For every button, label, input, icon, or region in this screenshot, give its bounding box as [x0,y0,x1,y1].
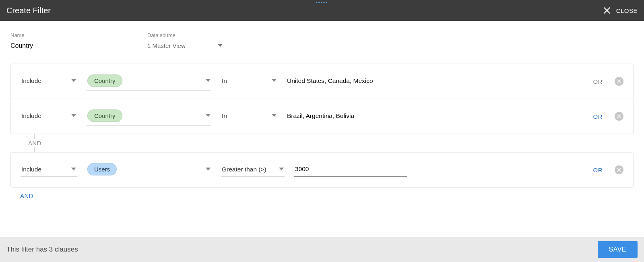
and-connector-label: AND [28,139,41,147]
close-label: CLOSE [616,7,638,14]
dialog-header: ••••• Create Filter CLOSE [0,0,644,21]
dimension-chip: Country [87,74,122,87]
chevron-down-icon [218,42,223,49]
chevron-down-icon [71,112,76,120]
chevron-down-icon [206,77,211,85]
clause-group: IncludeCountryInORIncludeCountryInOR [10,64,634,134]
clause-row: IncludeCountryInOR [11,99,633,134]
remove-clause-button[interactable] [615,112,623,121]
chevron-down-icon [71,77,76,85]
operator-value: In [222,112,227,120]
include-value: Include [21,112,41,120]
add-and-button[interactable]: AND [10,188,634,199]
remove-clause-button[interactable] [615,165,623,174]
operator-select[interactable]: Greater than (>) [221,163,285,177]
include-value: Include [21,166,41,173]
dialog-footer: This filter has 3 clauses SAVE [0,237,644,262]
include-select[interactable]: Include [21,163,77,177]
dialog-title: Create Filter [6,6,51,15]
dimension-select[interactable]: Users [87,161,211,179]
chevron-down-icon [279,166,284,173]
dialog-body: Name Data source 1 Master View IncludeCo… [0,21,644,199]
data-source-value: 1 Master View [147,42,186,49]
drag-handle-icon[interactable]: ••••• [316,0,328,6]
clause-row: IncludeCountryInOR [11,64,633,99]
operator-select[interactable]: In [221,110,277,123]
dimension-chip: Country [87,109,122,122]
and-connector: AND [10,134,634,152]
value-input[interactable] [287,110,456,123]
close-button[interactable]: CLOSE [603,6,638,15]
data-source-select[interactable]: 1 Master View [147,41,223,52]
data-source-label: Data source [147,32,223,38]
chevron-down-icon [206,112,211,120]
dimension-select[interactable]: Country [87,72,211,91]
chevron-down-icon [206,166,211,173]
value-input[interactable] [287,75,456,88]
dimension-select[interactable]: Country [87,107,211,126]
operator-value: Greater than (>) [222,166,266,173]
include-select[interactable]: Include [21,75,77,88]
add-or-button[interactable]: OR [591,165,605,175]
name-field: Name [10,32,131,52]
close-icon [603,6,611,15]
remove-clause-button[interactable] [615,77,623,86]
data-source-field: Data source 1 Master View [147,32,223,52]
name-label: Name [10,32,131,38]
operator-value: In [222,77,227,85]
operator-select[interactable]: In [221,75,277,88]
clause-group: IncludeUsersGreater than (>)OR [10,152,634,188]
chevron-down-icon [272,77,277,85]
dimension-chip: Users [87,163,117,175]
include-select[interactable]: Include [21,110,77,123]
include-value: Include [21,77,41,85]
clause-row: IncludeUsersGreater than (>)OR [11,153,633,187]
name-input[interactable] [10,41,131,52]
add-or-button[interactable]: OR [591,76,605,87]
chevron-down-icon [71,166,76,173]
save-button[interactable]: SAVE [598,241,638,258]
chevron-down-icon [272,112,277,120]
value-input[interactable] [294,163,407,177]
clause-count-message: This filter has 3 clauses [6,245,78,254]
add-or-button[interactable]: OR [591,111,605,122]
